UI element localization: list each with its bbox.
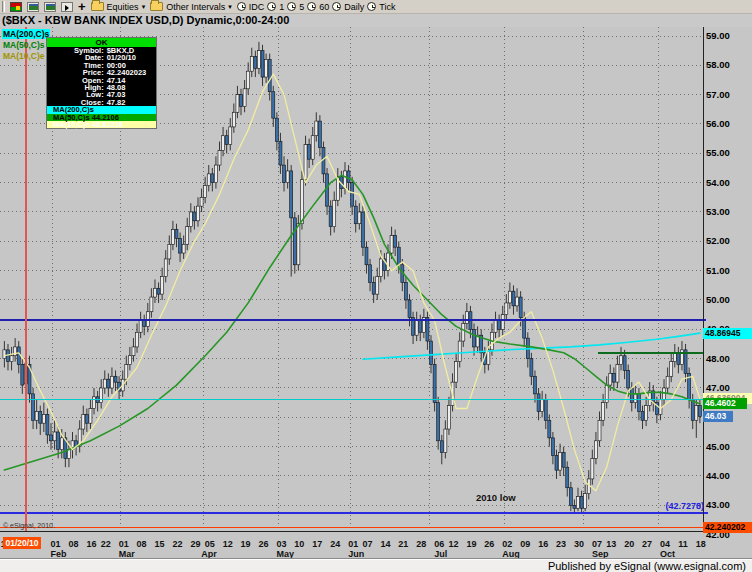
folder-icon xyxy=(150,2,163,11)
x-axis-tick: 22 xyxy=(99,539,113,549)
x-axis-tick: 12 xyxy=(221,539,235,549)
y-axis-tick: 53.00 xyxy=(706,207,752,217)
interval-buttons: IDC1560DailyTick xyxy=(237,2,396,12)
x-axis-tick: 16 xyxy=(536,539,550,549)
interval-button-idc[interactable]: IDC xyxy=(237,2,265,12)
interval-button-tick[interactable]: Tick xyxy=(367,2,395,12)
x-axis-month-mar: Mar xyxy=(119,549,135,559)
chevron-down-icon: ▾ xyxy=(142,3,146,11)
x-axis-tick: 17 xyxy=(310,539,324,549)
x-axis-tick: 24 xyxy=(328,539,342,549)
x-axis-tick: 04 xyxy=(658,539,672,549)
price-badge: 48.86945 xyxy=(703,328,752,339)
y-axis-tick: 52.00 xyxy=(706,236,752,246)
interval-button-1[interactable]: 1 xyxy=(267,2,284,12)
copyright-text: © eSignal, 2010. xyxy=(3,522,55,529)
interval-button-5[interactable]: 5 xyxy=(287,2,304,12)
y-axis-tick: 45.00 xyxy=(706,442,752,452)
x-axis-tick: 05 xyxy=(203,539,217,549)
clock-icon xyxy=(267,2,276,11)
x-axis-month-may: May xyxy=(276,549,294,559)
quote-board-icon[interactable] xyxy=(10,2,22,12)
x-axis-tick: 15 xyxy=(153,539,167,549)
new-chart-icon[interactable] xyxy=(27,2,39,12)
x-axis-tick: 12 xyxy=(447,539,461,549)
interval-label: IDC xyxy=(249,2,265,12)
tooltip-row-value: 47.82 xyxy=(104,99,126,106)
y-axis-tick: 50.00 xyxy=(706,295,752,305)
x-axis-month-feb: Feb xyxy=(51,549,67,559)
x-axis-tick: 01 xyxy=(346,539,360,549)
y-axis-tick: 47.00 xyxy=(706,383,752,393)
x-axis-tick: 19 xyxy=(464,539,478,549)
legend-ma-50-c-s: MA(50,C)s xyxy=(2,40,46,50)
toolbar-grip[interactable] xyxy=(2,1,5,12)
x-axis-tick: 11 xyxy=(676,539,690,549)
y-axis-tick: 51.00 xyxy=(706,266,752,276)
tooltip-ma-row: MA(10,C)e 48.61216 xyxy=(47,121,156,128)
interval-button-daily[interactable]: Daily xyxy=(332,2,364,12)
equities-folder-button[interactable]: Equities ▾ xyxy=(91,2,146,12)
esignal-chart-window: + Equities ▾ Other Intervals ▾ IDC1560Da… xyxy=(0,0,752,572)
x-axis-month-jul: Jul xyxy=(434,549,447,559)
y-axis-tick: 55.00 xyxy=(706,148,752,158)
x-axis-tick: 01 xyxy=(49,539,63,549)
interval-label: Daily xyxy=(344,2,364,12)
support-line-label: (42.7278) xyxy=(648,501,704,511)
legend-ma-200-c-s: MA(200,C)s xyxy=(2,29,50,39)
interval-button-60[interactable]: 60 xyxy=(307,2,329,12)
legend-ma-10-c-e: MA(10,C)e xyxy=(2,51,46,61)
add-icon[interactable]: + xyxy=(78,2,86,12)
x-axis-tick: 07 xyxy=(360,539,374,549)
x-axis-tick: 18 xyxy=(694,539,708,549)
folder-label: Other Intervals xyxy=(166,2,225,12)
x-axis-month-apr: Apr xyxy=(201,549,217,559)
y-axis-tick: 57.00 xyxy=(706,90,752,100)
folder-label: Equities xyxy=(107,2,139,12)
x-axis-tick: 26 xyxy=(257,539,271,549)
clock-icon xyxy=(307,2,316,11)
low-annotation: 2010 low xyxy=(476,492,516,503)
status-bar: Published by eSignal (www.esignal.com) xyxy=(0,559,752,572)
y-axis-tick: 43.00 xyxy=(706,500,752,510)
interval-label: Tick xyxy=(379,2,395,12)
x-axis-tick: 03 xyxy=(274,539,288,549)
data-tooltip: OK Symbol:$BKX,DDate:01/20/10Time:00:00P… xyxy=(46,37,157,129)
clock-icon xyxy=(367,2,376,11)
y-axis-tick: 48.00 xyxy=(706,354,752,364)
x-axis-tick: 09 xyxy=(518,539,532,549)
crosshair-date-badge: 01/20/10 xyxy=(3,537,41,549)
chevron-down-icon: ▾ xyxy=(228,3,232,11)
interval-label: 5 xyxy=(299,2,304,12)
x-axis-tick: 21 xyxy=(396,539,410,549)
y-axis-tick: 58.00 xyxy=(706,60,752,70)
y-axis-tick: 59.00 xyxy=(706,31,752,41)
x-axis-tick: 23 xyxy=(554,539,568,549)
x-axis-tick: 26 xyxy=(482,539,496,549)
x-axis-tick: 08 xyxy=(135,539,149,549)
clock-icon xyxy=(237,2,246,11)
cursor-window-icon[interactable] xyxy=(61,2,73,12)
interval-label: 60 xyxy=(319,2,329,12)
chart-title: ($BKX - KBW BANK INDEX USD,D) Dynamic,0:… xyxy=(0,14,752,27)
interval-label: 1 xyxy=(279,2,284,12)
other-intervals-folder-button[interactable]: Other Intervals ▾ xyxy=(150,2,232,12)
toolbar: + Equities ▾ Other Intervals ▾ IDC1560Da… xyxy=(0,0,752,14)
y-axis-tick: 56.00 xyxy=(706,119,752,129)
folder-icon xyxy=(91,2,104,11)
x-axis-tick: 01 xyxy=(117,539,131,549)
y-axis-tick: 44.00 xyxy=(706,471,752,481)
tooltip-ma-rows: MA(200,C)sMA(50,C)s 44.2106MA(10,C)e 48.… xyxy=(47,106,156,128)
x-axis-tick: 08 xyxy=(67,539,81,549)
x-axis-tick: 10 xyxy=(292,539,306,549)
x-axis-tick: 27 xyxy=(640,539,654,549)
x-axis-tick: 06 xyxy=(432,539,446,549)
x-axis-month-aug: Aug xyxy=(502,549,520,559)
x-axis-tick: 19 xyxy=(239,539,253,549)
x-axis-tick: 20 xyxy=(622,539,636,549)
x-axis-month-oct: Oct xyxy=(660,549,675,559)
clock-icon xyxy=(287,2,296,11)
x-axis-tick: 02 xyxy=(500,539,514,549)
duplicate-chart-icon[interactable] xyxy=(44,2,56,12)
x-axis-month-sep: Sep xyxy=(592,549,609,559)
